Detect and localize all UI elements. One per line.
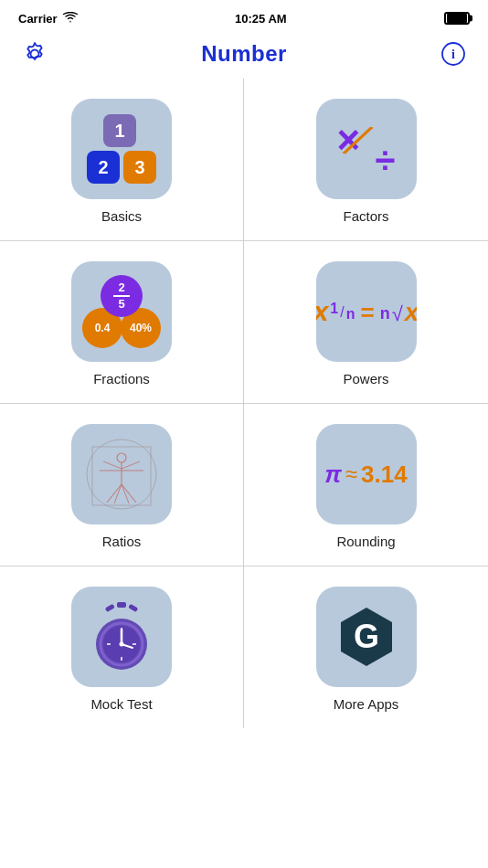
basics-icon: 1 2 3	[71, 99, 172, 199]
fractions-cell[interactable]: 2 5 0.4 40% Fractions	[0, 241, 244, 404]
carrier-signal: Carrier	[18, 12, 78, 26]
moreapps-cell[interactable]: G More Apps	[244, 566, 488, 728]
page-title: Number	[201, 41, 287, 67]
svg-line-12	[122, 484, 129, 503]
mocktest-label: Mock Test	[90, 696, 152, 712]
basics-num1: 1	[103, 114, 136, 147]
mocktest-cell[interactable]: Mock Test	[0, 566, 244, 728]
basics-num-row: 2 3	[87, 151, 156, 184]
factors-icon: × ⁄ ÷	[316, 99, 417, 199]
ratios-cell[interactable]: Ratios	[0, 404, 244, 566]
ratios-icon	[71, 424, 172, 524]
powers-icon: x 1 / n = n √ x	[316, 261, 417, 362]
svg-rect-15	[128, 604, 138, 612]
basics-num2: 2	[87, 151, 120, 184]
app-grid: 1 2 3 Basics × ⁄ ÷ Factors	[0, 79, 488, 728]
powers-formula: x 1 / n = n √ x	[316, 261, 417, 362]
factors-cell[interactable]: × ⁄ ÷ Factors	[244, 79, 488, 241]
basics-cell[interactable]: 1 2 3 Basics	[0, 79, 244, 241]
basics-label: Basics	[101, 208, 142, 224]
mocktest-icon	[71, 587, 172, 687]
moreapps-label: More Apps	[334, 696, 399, 712]
factors-label: Factors	[343, 208, 388, 224]
basics-num3: 3	[123, 151, 156, 184]
rounding-formula: π ≈ 3.14	[316, 424, 417, 524]
moreapps-icon: G	[316, 587, 417, 687]
stopwatch-svg	[89, 600, 154, 673]
battery-indicator	[444, 12, 470, 25]
settings-button[interactable]	[18, 37, 51, 70]
powers-cell[interactable]: x 1 / n = n √ x Powers	[244, 241, 488, 404]
info-button[interactable]: i	[437, 37, 470, 70]
powers-label: Powers	[343, 371, 388, 386]
svg-line-7	[103, 461, 122, 469]
svg-line-11	[114, 484, 122, 503]
fractions-label: Fractions	[93, 371, 150, 386]
ratios-label: Ratios	[102, 534, 142, 549]
time-display: 10:25 AM	[235, 12, 287, 26]
svg-text:i: i	[451, 48, 455, 61]
battery-icon	[444, 12, 470, 25]
carrier-label: Carrier	[18, 12, 58, 26]
rounding-label: Rounding	[336, 534, 395, 549]
rounding-icon: π ≈ 3.14	[316, 424, 417, 524]
svg-point-21	[120, 642, 124, 647]
status-bar: Carrier 10:25 AM	[0, 0, 488, 33]
moreapps-svg: G	[330, 600, 403, 673]
factors-symbols: × ⁄ ÷	[330, 112, 403, 185]
svg-line-9	[107, 484, 122, 503]
rounding-cell[interactable]: π ≈ 3.14 Rounding	[244, 404, 488, 566]
svg-text:G: G	[353, 618, 378, 655]
app-header: Number i	[0, 33, 488, 79]
fractions-circles: 2 5 0.4 40%	[80, 275, 163, 348]
svg-rect-14	[105, 604, 115, 612]
wifi-icon	[63, 12, 78, 26]
frac-top-circle: 2 5	[101, 275, 143, 317]
svg-rect-13	[117, 602, 126, 608]
svg-line-8	[122, 461, 140, 469]
fractions-icon: 2 5 0.4 40%	[71, 261, 172, 362]
svg-line-10	[122, 484, 136, 503]
svg-point-4	[117, 453, 126, 462]
vitruvian-icon	[81, 434, 162, 514]
